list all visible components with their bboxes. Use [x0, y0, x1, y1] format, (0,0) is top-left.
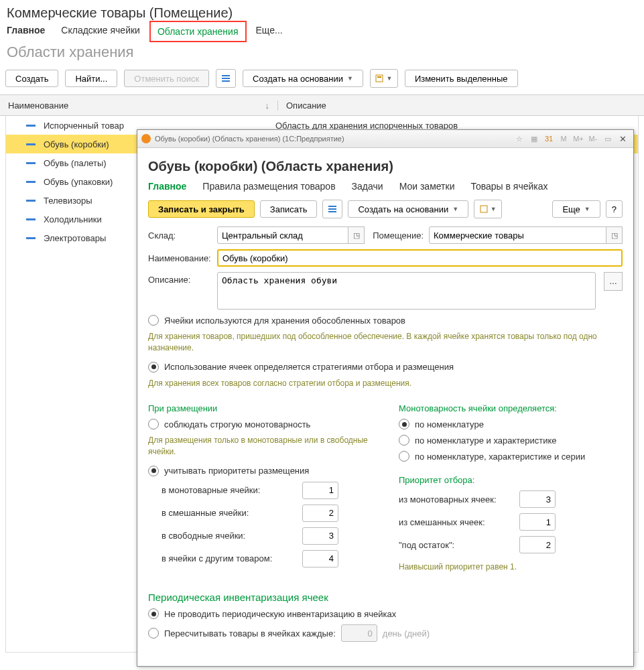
prio-mono-input[interactable] — [302, 482, 338, 499]
close-icon[interactable]: ✕ — [616, 132, 629, 145]
radio-icon — [399, 435, 409, 446]
open-room-icon[interactable]: ◳ — [606, 226, 623, 244]
warehouse-label: Склад: — [148, 230, 212, 241]
prio-other-label: в ячейки с другим товаром: — [148, 553, 296, 563]
prio-other-input[interactable] — [302, 550, 338, 567]
create-based-button[interactable]: Создать на основании▼ — [348, 200, 468, 218]
placement-head: При размещении — [148, 403, 372, 413]
radio-icon — [148, 466, 159, 476]
prio-free-label: в свободные ячейки: — [148, 531, 296, 541]
dtab-notes[interactable]: Мои заметки — [399, 181, 455, 192]
prio-free-input[interactable] — [302, 527, 338, 545]
memory-mplus-icon[interactable]: M+ — [572, 132, 585, 145]
create-button[interactable]: Создать — [5, 70, 58, 87]
radio-mono-nomcharseries[interactable]: по номенклатуре, характеристике и серии — [399, 451, 623, 462]
table-header: Наименование↓ Описание — [0, 94, 644, 116]
pick-mono-input[interactable] — [519, 490, 556, 508]
dtab-goods[interactable]: Товары в ячейках — [470, 181, 548, 192]
warehouse-input[interactable] — [217, 226, 348, 244]
tab-storage-areas[interactable]: Области хранения — [157, 26, 239, 37]
dtab-tasks[interactable]: Задачи — [352, 181, 383, 192]
pick-remainder-label: "под остаток": — [399, 540, 513, 550]
pick-remainder-input[interactable] — [519, 536, 556, 553]
pick-mixed-label: из смешанных ячеек: — [399, 517, 513, 527]
item-icon — [26, 218, 36, 220]
item-icon — [26, 181, 36, 183]
window-title: Обувь (коробки) (Область хранения) (1С:П… — [155, 135, 344, 143]
svg-rect-4 — [377, 76, 381, 78]
dtab-rules[interactable]: Правила размещения товаров — [202, 181, 335, 192]
pick-mono-label: из монотоварных ячеек: — [399, 494, 513, 505]
radio-icon — [148, 315, 159, 326]
days-input — [341, 624, 377, 642]
minimize-icon[interactable]: ▭ — [601, 132, 615, 145]
find-button[interactable]: Найти... — [65, 70, 117, 87]
radio-isolated[interactable]: Ячейки используются для хранения обособл… — [148, 315, 623, 326]
save-close-button[interactable]: Записать и закрыть — [148, 200, 255, 218]
svg-rect-3 — [376, 75, 383, 82]
dialog-toolbar: Записать и закрыть Записать Создать на о… — [148, 200, 623, 218]
svg-rect-0 — [222, 75, 230, 76]
change-selected-button[interactable]: Изменить выделенные — [405, 70, 518, 87]
th-name[interactable]: Наименование↓ — [0, 100, 278, 111]
mono-head: Монотоварность ячейки определяется: — [399, 403, 623, 413]
memory-mminus-icon[interactable]: M- — [586, 132, 600, 145]
report-icon[interactable]: ▼ — [370, 69, 398, 88]
sort-arrow-icon: ↓ — [265, 100, 270, 111]
name-label: Наименование: — [148, 253, 212, 263]
memory-m-icon[interactable]: M — [557, 132, 570, 145]
tab-more[interactable]: Еще... — [256, 25, 283, 38]
note-strategy: Для хранения всех товаров согласно страт… — [148, 378, 623, 389]
dialog-title: Обувь (коробки) (Область хранения) — [148, 159, 623, 174]
radio-strategy[interactable]: Использование ячеек определяется стратег… — [148, 362, 623, 373]
desc-label: Описание: — [148, 272, 212, 285]
list-mode-icon[interactable] — [216, 69, 236, 88]
tab-cells[interactable]: Складские ячейки — [61, 25, 140, 38]
main-tabs: Главное Складские ячейки Области хранени… — [0, 25, 644, 44]
prio-mixed-input[interactable] — [302, 505, 338, 522]
star-icon[interactable]: ☆ — [513, 132, 526, 145]
radio-mono-nomchar[interactable]: по номенклатуре и характеристике — [399, 435, 623, 446]
help-button[interactable]: ? — [606, 200, 623, 218]
report-icon[interactable]: ▼ — [474, 200, 502, 218]
th-desc[interactable]: Описание — [278, 100, 334, 111]
note-isolated: Для хранения товаров, пришедших под обос… — [148, 331, 623, 354]
open-warehouse-icon[interactable]: ◳ — [348, 226, 365, 244]
item-icon — [26, 200, 36, 202]
app-icon — [141, 134, 151, 143]
days-suffix: день (дней) — [383, 628, 430, 639]
list-icon[interactable] — [322, 200, 342, 218]
radio-mono-nom[interactable]: по номенклатуре — [399, 419, 623, 429]
dtab-main[interactable]: Главное — [148, 181, 186, 192]
svg-rect-7 — [328, 211, 336, 212]
inventory-head: Периодическая инвентаризация ячеек — [148, 592, 623, 603]
desc-input[interactable] — [217, 272, 596, 310]
room-input[interactable] — [429, 226, 606, 244]
dialog-titlebar[interactable]: Обувь (коробки) (Область хранения) (1С:П… — [137, 130, 633, 148]
radio-icon — [399, 419, 409, 429]
room-label: Помещение: — [370, 230, 424, 241]
note-strict-mono: Для размещения только в монотоварные или… — [148, 435, 372, 458]
name-input[interactable] — [217, 249, 623, 267]
radio-priority[interactable]: учитывать приоритеты размещения — [148, 466, 372, 476]
radio-strict-mono[interactable]: соблюдать строгую монотоварность — [148, 419, 372, 429]
subtitle: Области хранения — [0, 44, 644, 66]
prio-mono-label: в монотоварные ячейки: — [148, 485, 296, 495]
radio-icon — [399, 451, 409, 462]
pick-mixed-input[interactable] — [519, 513, 556, 531]
item-icon — [26, 125, 36, 127]
tab-main[interactable]: Главное — [7, 25, 45, 38]
save-button[interactable]: Записать — [260, 200, 318, 218]
svg-rect-8 — [480, 206, 487, 212]
more-button[interactable]: Еще▼ — [552, 200, 600, 218]
radio-no-inventory[interactable]: Не проводить периодическую инвентаризаци… — [148, 608, 623, 619]
page-title: Коммерческие товары (Помещение) — [0, 0, 644, 25]
create-based-button[interactable]: Создать на основании▼ — [243, 70, 363, 87]
radio-icon — [148, 608, 159, 619]
radio-recount[interactable]: Пересчитывать товары в ячейках каждые: д… — [148, 624, 623, 642]
item-icon — [26, 237, 36, 239]
grid-icon[interactable]: ▦ — [527, 132, 541, 145]
calendar-icon[interactable]: 31 — [542, 132, 556, 145]
cancel-search-button[interactable]: Отменить поиск — [124, 70, 209, 87]
desc-expand-button[interactable]: … — [604, 272, 623, 291]
